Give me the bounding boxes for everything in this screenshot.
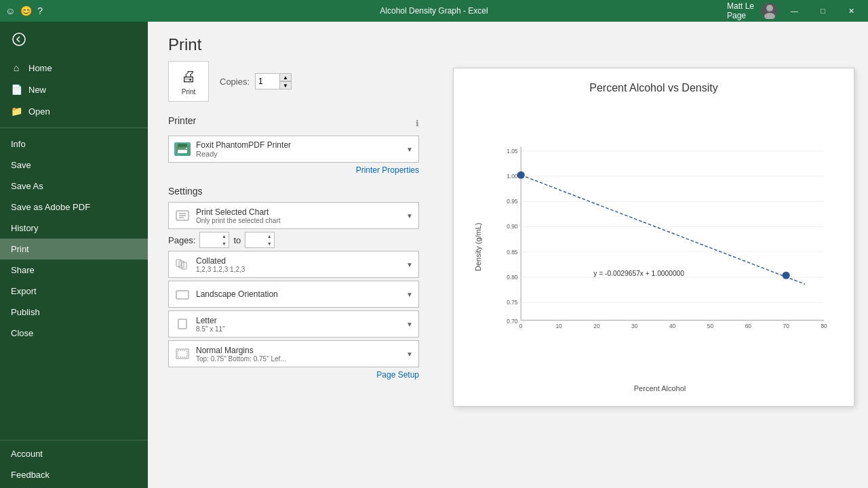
maximize-button[interactable]: □ — [811, 0, 834, 22]
print-button[interactable]: 🖨 Print — [168, 61, 209, 102]
printer-selector[interactable]: Foxit PhantomPDF Printer Ready ▼ — [168, 136, 419, 163]
margins-sub: Top: 0.75" Bottom: 0.75" Lef... — [196, 355, 401, 363]
sidebar-item-feedback[interactable]: Feedback — [0, 464, 148, 485]
x-axis-label: Percent Alcohol — [486, 384, 833, 392]
svg-text:80: 80 — [821, 323, 827, 329]
sidebar-item-save[interactable]: Save — [0, 155, 148, 176]
chart-wrap: Density (g/mL) — [474, 101, 833, 392]
print-settings-panel: 🖨 Print Copies: ▲ ▼ — [148, 61, 439, 488]
open-icon: 📁 — [11, 106, 22, 117]
preview-paper: Percent Alcohol vs Density Density (g/mL… — [453, 68, 854, 407]
sidebar-item-print[interactable]: Print — [0, 239, 148, 260]
paper-label: Letter — [196, 316, 401, 325]
print-what-arrow: ▼ — [406, 212, 413, 220]
printer-info-icon[interactable]: ℹ — [416, 119, 419, 128]
new-icon: 📄 — [11, 84, 22, 95]
pages-to-input[interactable] — [245, 232, 264, 247]
close-button[interactable]: ✕ — [840, 0, 863, 22]
copies-input[interactable] — [255, 73, 279, 89]
avatar — [762, 3, 778, 19]
svg-text:30: 30 — [631, 323, 638, 329]
pages-from-input[interactable] — [200, 232, 219, 247]
sidebar-item-history[interactable]: History — [0, 218, 148, 239]
sidebar-item-close[interactable]: Close — [0, 323, 148, 344]
pages-to-decrement[interactable]: ▼ — [264, 240, 274, 247]
sidebar-item-account[interactable]: Account — [0, 443, 148, 464]
printer-properties-link[interactable]: Printer Properties — [168, 165, 419, 175]
paper-size-selector[interactable]: Letter 8.5" x 11" ▼ — [168, 310, 419, 338]
sidebar-divider-1 — [0, 127, 148, 128]
svg-text:1.05: 1.05 — [507, 148, 518, 155]
sidebar-item-open[interactable]: 📁 Open — [0, 100, 148, 122]
orientation-text: Landscape Orientation — [196, 289, 401, 299]
emoji-icon[interactable]: 😊 — [20, 5, 32, 16]
svg-text:10: 10 — [555, 323, 562, 329]
collated-text: Collated 1,2,3 1,2,3 1,2,3 — [196, 256, 401, 273]
svg-text:20: 20 — [593, 323, 600, 329]
svg-text:0: 0 — [519, 323, 523, 329]
sidebar-item-save-adobe[interactable]: Save as Adobe PDF — [0, 197, 148, 218]
user-name: Matt Le Page — [727, 1, 757, 20]
help-icon[interactable]: ? — [37, 5, 43, 16]
chart-title: Percent Alcohol vs Density — [589, 82, 717, 94]
print-button-label: Print — [182, 88, 196, 96]
copies-increment[interactable]: ▲ — [279, 73, 292, 81]
app-body: ⌂ Home 📄 New 📁 Open Info Save Save As Sa… — [0, 22, 868, 488]
print-what-text: Print Selected Chart Only print the sele… — [196, 207, 401, 224]
printer-icon: 🖨 — [181, 68, 196, 85]
svg-text:0.70: 0.70 — [507, 318, 518, 325]
print-body: 🖨 Print Copies: ▲ ▼ — [148, 61, 868, 488]
print-what-selector[interactable]: Print Selected Chart Only print the sele… — [168, 202, 419, 229]
svg-text:50: 50 — [707, 323, 714, 329]
smiley-icon[interactable]: ☺ — [5, 5, 15, 16]
main-content: Print 🖨 Print Copies: ▲ — [148, 22, 868, 488]
sidebar-item-publish[interactable]: Publish — [0, 302, 148, 323]
svg-rect-13 — [182, 262, 186, 269]
settings-section-title: Settings — [168, 186, 203, 197]
page-setup-link[interactable]: Page Setup — [168, 370, 419, 380]
sidebar-label-save-as: Save As — [11, 181, 43, 191]
svg-text:0.90: 0.90 — [507, 223, 518, 230]
pages-row: Pages: ▲ ▼ to ▲ — [168, 232, 419, 248]
sidebar-item-share[interactable]: Share — [0, 260, 148, 281]
sidebar-item-save-as[interactable]: Save As — [0, 176, 148, 197]
svg-rect-5 — [178, 150, 187, 153]
chart-inner: 1.05 1.00 0.95 0.90 0.85 — [486, 101, 833, 392]
svg-rect-11 — [176, 260, 181, 266]
sidebar-item-export[interactable]: Export — [0, 281, 148, 302]
chart-container: Percent Alcohol vs Density Density (g/mL… — [474, 82, 833, 392]
window-title: Alcohol Density Graph - Excel — [141, 6, 727, 16]
sidebar-item-new[interactable]: 📄 New — [0, 79, 148, 100]
sidebar-label-open: Open — [28, 106, 50, 117]
pages-from-decrement[interactable]: ▼ — [219, 240, 229, 247]
orientation-selector[interactable]: Landscape Orientation ▼ — [168, 281, 419, 308]
sidebar-label-account: Account — [11, 449, 43, 459]
pages-from-increment[interactable]: ▲ — [219, 232, 229, 240]
print-what-label: Print Selected Chart — [196, 207, 401, 217]
chart-svg: 1.05 1.00 0.95 0.90 0.85 — [486, 101, 833, 382]
sidebar-label-publish: Publish — [11, 307, 40, 317]
sidebar-label-save: Save — [11, 160, 31, 170]
print-preview-area: Percent Alcohol vs Density Density (g/mL… — [439, 61, 868, 488]
copies-decrement[interactable]: ▼ — [279, 81, 292, 89]
collated-selector[interactable]: Collated 1,2,3 1,2,3 1,2,3 ▼ — [168, 251, 419, 278]
printer-section: Printer ℹ Foxit PhantomPDF Printer Ready… — [168, 115, 419, 175]
margins-selector[interactable]: Normal Margins Top: 0.75" Bottom: 0.75" … — [168, 340, 419, 367]
svg-point-6 — [186, 148, 187, 149]
orientation-label: Landscape Orientation — [196, 289, 401, 299]
print-header: Print — [148, 22, 868, 61]
y-axis-label: Density (g/mL) — [474, 101, 484, 392]
sidebar-label-export: Export — [11, 286, 37, 296]
collated-label: Collated — [196, 256, 401, 266]
paper-icon — [174, 317, 191, 331]
copies-spinner: ▲ ▼ — [279, 73, 292, 89]
pages-to-increment[interactable]: ▲ — [264, 232, 274, 240]
svg-rect-17 — [178, 350, 187, 357]
svg-text:0.75: 0.75 — [507, 299, 518, 306]
back-button[interactable] — [5, 26, 33, 53]
minimize-button[interactable]: — — [783, 0, 806, 22]
svg-text:40: 40 — [669, 323, 676, 329]
sidebar-item-home[interactable]: ⌂ Home — [0, 57, 148, 79]
svg-rect-15 — [178, 319, 186, 329]
sidebar-item-info[interactable]: Info — [0, 134, 148, 155]
